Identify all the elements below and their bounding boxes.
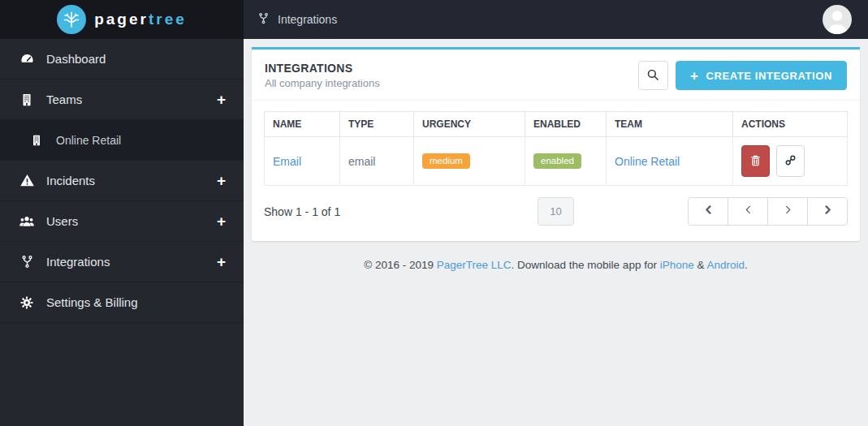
footer-period: . xyxy=(745,259,748,271)
panel-subtitle: All company integrations xyxy=(265,77,380,89)
page-title: Integrations xyxy=(278,13,337,26)
sidebar: pagertree Dashboard xyxy=(0,0,244,426)
pagination-last-button[interactable] xyxy=(807,197,848,226)
column-header-type: TYPE xyxy=(340,112,414,137)
pagertree-llc-link[interactable]: PagerTree LLC xyxy=(437,259,512,271)
copy-link-button[interactable] xyxy=(776,145,805,177)
integration-type: email xyxy=(348,155,375,168)
chevron-right-icon xyxy=(783,204,793,219)
topbar: Integrations xyxy=(244,0,868,39)
sidebar-item-label: Settings & Billing xyxy=(46,295,138,309)
sidebar-item-settings-billing[interactable]: Settings & Billing xyxy=(0,282,244,323)
main-content: INTEGRATIONS All company integrations xyxy=(244,39,868,426)
users-icon xyxy=(18,213,36,230)
create-integration-label: CREATE INTEGRATION xyxy=(706,70,832,82)
tree-logo-icon xyxy=(57,5,86,34)
table-row: Email email medium enabled Online Retail xyxy=(265,137,848,186)
page-size-selector[interactable]: 10 xyxy=(538,197,573,226)
integrations-panel: INTEGRATIONS All company integrations xyxy=(252,47,860,241)
sidebar-item-label: Online Retail xyxy=(56,134,121,147)
android-link[interactable]: Android xyxy=(706,259,745,271)
column-header-team: TEAM xyxy=(607,112,733,137)
warning-icon xyxy=(18,173,36,188)
sidebar-item-label: Teams xyxy=(46,93,82,106)
plus-icon: + xyxy=(690,69,699,83)
sidebar-item-label: Incidents xyxy=(46,174,95,187)
chevron-left-icon xyxy=(743,204,754,219)
team-link[interactable]: Online Retail xyxy=(615,155,680,168)
footer-text: . Download the mobile app for xyxy=(512,259,660,271)
pagination-first-button[interactable] xyxy=(688,197,728,226)
sidebar-item-label: Users xyxy=(46,214,78,228)
sidebar-item-incidents[interactable]: Incidents + xyxy=(0,161,244,201)
code-fork-icon xyxy=(257,11,270,28)
pagination-controls xyxy=(688,197,848,226)
panel-heading-titles: INTEGRATIONS All company integrations xyxy=(265,62,380,89)
add-team-icon[interactable]: + xyxy=(217,92,226,107)
pagination-previous-button[interactable] xyxy=(728,197,768,226)
create-integration-button[interactable]: + CREATE INTEGRATION xyxy=(676,61,847,90)
add-incident-icon[interactable]: + xyxy=(217,173,226,188)
integrations-table-wrap: NAME TYPE URGENCY ENABLED TEAM ACTIONS E… xyxy=(264,111,848,186)
search-button[interactable] xyxy=(638,61,668,90)
footer: © 2016 - 2019 PagerTree LLC. Download th… xyxy=(244,259,868,271)
sidebar-item-online-retail[interactable]: Online Retail xyxy=(0,120,244,161)
pagination-next-button[interactable] xyxy=(767,197,808,226)
brand-word-tree: tree xyxy=(149,11,187,28)
iphone-link[interactable]: iPhone xyxy=(660,259,694,271)
column-header-enabled: ENABLED xyxy=(525,112,607,137)
brand-word-pager: pager xyxy=(94,11,149,28)
footer-amp: & xyxy=(694,259,707,271)
sidebar-item-users[interactable]: Users + xyxy=(0,201,244,242)
add-integration-icon[interactable]: + xyxy=(217,254,226,269)
user-avatar[interactable] xyxy=(823,5,852,34)
building-icon xyxy=(28,134,45,147)
pagination-summary: Show 1 - 1 of 1 xyxy=(264,205,538,218)
trash-icon xyxy=(749,153,762,170)
brand-header[interactable]: pagertree xyxy=(0,0,244,39)
brand-wordmark: pagertree xyxy=(94,11,187,28)
urgency-badge: medium xyxy=(422,153,470,170)
pagination-bar: Show 1 - 1 of 1 10 xyxy=(252,186,860,241)
sidebar-item-label: Dashboard xyxy=(46,52,106,66)
building-icon xyxy=(18,93,36,107)
dashboard-icon xyxy=(18,51,36,67)
chevron-double-right-icon xyxy=(823,204,833,219)
table-header-row: NAME TYPE URGENCY ENABLED TEAM ACTIONS xyxy=(265,112,848,137)
sidebar-item-teams[interactable]: Teams + xyxy=(0,80,244,120)
sidebar-item-label: Integrations xyxy=(46,255,110,269)
column-header-name: NAME xyxy=(265,112,340,137)
panel-title: INTEGRATIONS xyxy=(265,62,380,75)
sidebar-item-dashboard[interactable]: Dashboard xyxy=(0,39,244,80)
delete-integration-button[interactable] xyxy=(741,145,770,177)
column-header-actions: ACTIONS xyxy=(733,112,848,137)
integration-name-link[interactable]: Email xyxy=(273,155,301,168)
column-header-urgency: URGENCY xyxy=(414,112,525,137)
sidebar-item-integrations[interactable]: Integrations + xyxy=(0,242,244,282)
footer-copyright: © 2016 - 2019 xyxy=(364,259,437,271)
gear-icon xyxy=(18,295,36,310)
integrations-table: NAME TYPE URGENCY ENABLED TEAM ACTIONS E… xyxy=(264,111,848,186)
link-icon xyxy=(784,153,797,170)
code-fork-icon xyxy=(18,254,36,269)
app-window: pagertree Dashboard xyxy=(0,0,868,426)
heading-actions: + CREATE INTEGRATION xyxy=(638,61,847,90)
chevron-double-left-icon xyxy=(703,204,714,219)
enabled-badge: enabled xyxy=(533,153,581,170)
panel-heading: INTEGRATIONS All company integrations xyxy=(252,49,860,101)
add-user-icon[interactable]: + xyxy=(217,213,226,229)
search-icon xyxy=(646,67,660,84)
